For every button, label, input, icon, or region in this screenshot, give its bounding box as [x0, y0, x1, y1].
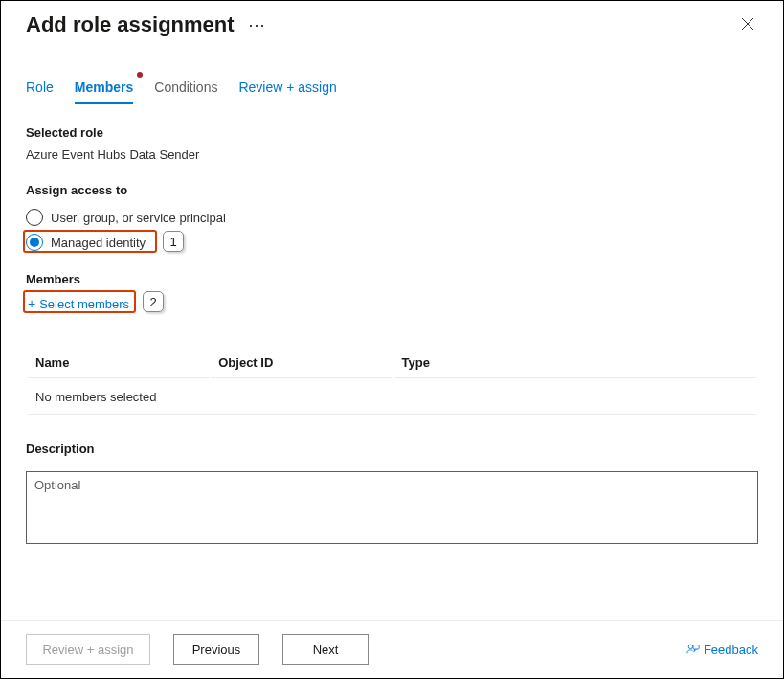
- column-header-object-id[interactable]: Object ID: [211, 348, 392, 378]
- column-header-name[interactable]: Name: [28, 348, 209, 378]
- next-button[interactable]: Next: [282, 634, 369, 665]
- annotation-callout: 1: [163, 231, 184, 252]
- description-label: Description: [26, 441, 758, 456]
- members-label: Members: [26, 272, 758, 286]
- plus-icon: +: [28, 296, 35, 311]
- radio-user-group-sp-label: User, group, or service principal: [51, 211, 226, 225]
- close-button[interactable]: [737, 12, 758, 37]
- radio-selected-icon: [26, 234, 43, 251]
- tab-review-assign[interactable]: Review + assign: [238, 74, 336, 104]
- radio-managed-identity[interactable]: Managed identity: [26, 230, 758, 255]
- select-members-label: Select members: [39, 297, 129, 311]
- column-header-type[interactable]: Type: [394, 348, 757, 378]
- feedback-link[interactable]: Feedback: [686, 643, 758, 657]
- annotation-callout: 2: [143, 291, 164, 312]
- page-title: Add role assignment: [26, 12, 235, 37]
- empty-state-text: No members selected: [28, 380, 756, 415]
- close-icon: [741, 17, 754, 31]
- tab-members-label: Members: [75, 79, 133, 95]
- svg-point-0: [688, 645, 692, 648]
- assign-access-label: Assign access to: [26, 183, 758, 197]
- radio-user-group-sp[interactable]: User, group, or service principal: [26, 205, 758, 230]
- tab-members[interactable]: Members: [75, 74, 133, 104]
- select-members-button[interactable]: + Select members: [26, 294, 131, 313]
- previous-button[interactable]: Previous: [173, 634, 259, 665]
- more-actions-button[interactable]: ⋯: [248, 16, 267, 34]
- feedback-icon: [686, 643, 700, 656]
- radio-managed-identity-label: Managed identity: [51, 236, 146, 250]
- radio-icon: [26, 209, 43, 226]
- review-assign-button[interactable]: Review + assign: [26, 634, 150, 665]
- tab-role[interactable]: Role: [26, 74, 54, 104]
- tab-bar: Role Members Conditions Review + assign: [1, 74, 783, 104]
- table-row: No members selected: [28, 380, 756, 415]
- svg-rect-1: [693, 645, 699, 649]
- selected-role-label: Selected role: [26, 125, 758, 140]
- dirty-indicator-icon: [137, 72, 143, 78]
- tab-conditions[interactable]: Conditions: [154, 74, 217, 104]
- description-textarea[interactable]: [26, 471, 758, 544]
- feedback-label: Feedback: [704, 643, 758, 657]
- members-table: Name Object ID Type No members selected: [26, 346, 758, 417]
- selected-role-value: Azure Event Hubs Data Sender: [26, 147, 758, 162]
